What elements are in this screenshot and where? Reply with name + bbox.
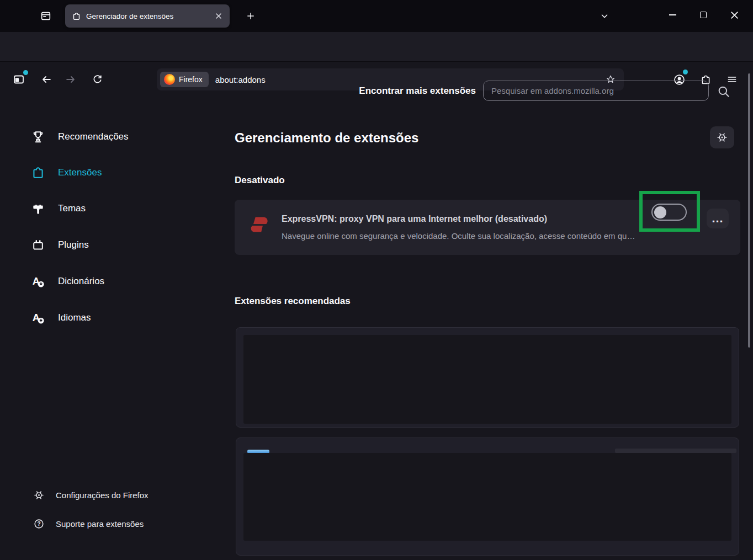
navigation-toolbar: Firefox about:addons bbox=[0, 32, 753, 62]
extensions-icon bbox=[72, 12, 81, 21]
trophy-icon bbox=[31, 130, 45, 144]
sidebar-item-label: Extensões bbox=[58, 167, 102, 178]
sidebar-item-label: Temas bbox=[58, 203, 86, 214]
firefox-identity-chip: Firefox bbox=[160, 72, 209, 87]
firefox-view-icon bbox=[12, 73, 25, 86]
browser-window: Gerenciador de extensões bbox=[0, 0, 753, 560]
page-title: Gerenciamento de extensões bbox=[235, 130, 418, 146]
search-icon bbox=[717, 84, 731, 99]
minimize-icon bbox=[669, 14, 676, 15]
more-options-icon: … bbox=[712, 214, 724, 223]
maximize-button[interactable] bbox=[692, 6, 714, 24]
reload-icon bbox=[92, 74, 103, 86]
text-fade-overlay bbox=[657, 231, 729, 241]
minimize-button[interactable] bbox=[661, 6, 683, 24]
tab-title: Gerenciador de extensões bbox=[86, 12, 207, 20]
paintbrush-icon bbox=[31, 201, 45, 216]
disabled-section-header: Desativado bbox=[235, 175, 285, 186]
plug-icon bbox=[31, 238, 45, 252]
recommended-addon-card[interactable] bbox=[236, 438, 739, 556]
card-placeholder-area bbox=[243, 335, 731, 424]
notification-dot bbox=[23, 70, 28, 75]
extension-more-options-button[interactable]: … bbox=[707, 209, 729, 228]
sidebar-item-configuracoes-firefox[interactable]: Configurações do Firefox bbox=[33, 486, 149, 504]
identity-chip-label: Firefox bbox=[179, 75, 203, 84]
extension-description: Navegue online com segurança e velocidad… bbox=[282, 231, 729, 241]
card-placeholder-strip bbox=[615, 449, 736, 453]
language-download-icon: A bbox=[31, 311, 45, 325]
new-tab-button[interactable] bbox=[242, 8, 259, 24]
sidebar-item-recomendacoes[interactable]: Recomendações bbox=[31, 126, 129, 148]
sidebar-item-label: Recomendações bbox=[58, 131, 129, 142]
maximize-icon bbox=[700, 12, 707, 18]
svg-text:?: ? bbox=[37, 521, 40, 527]
close-icon bbox=[730, 11, 739, 19]
sidebar-item-label: Idiomas bbox=[58, 312, 91, 323]
tab-gerenciador-de-extensoes[interactable]: Gerenciador de extensões bbox=[65, 4, 230, 28]
firefox-view-button[interactable] bbox=[35, 7, 56, 25]
addons-tools-button[interactable] bbox=[710, 126, 734, 148]
card-placeholder-area bbox=[243, 453, 731, 541]
extension-name[interactable]: ExpressVPN: proxy VPN para uma Internet … bbox=[282, 214, 547, 224]
titlebar: Gerenciador de extensões bbox=[0, 0, 753, 32]
sidebar-item-dicionarios[interactable]: A Dicionários bbox=[31, 270, 104, 292]
url-text: about:addons bbox=[215, 75, 266, 84]
sidebar-footer-label: Configurações do Firefox bbox=[56, 490, 149, 500]
sidebar-footer-label: Suporte para extensões bbox=[56, 519, 144, 529]
sidebar-item-plugins[interactable]: Plugins bbox=[31, 234, 89, 256]
toggle-knob bbox=[654, 206, 666, 218]
expressvpn-logo-icon bbox=[246, 212, 272, 237]
firefox-view-icon bbox=[40, 10, 52, 22]
dictionary-download-icon: A bbox=[31, 274, 45, 289]
recommended-section-header: Extensões recomendadas bbox=[235, 296, 351, 307]
gear-icon bbox=[33, 489, 45, 501]
plus-icon bbox=[246, 11, 256, 21]
window-close-button[interactable] bbox=[723, 6, 745, 24]
scrollbar-thumb[interactable] bbox=[748, 73, 750, 348]
search-button[interactable] bbox=[715, 83, 732, 100]
sidebar-item-temas[interactable]: Temas bbox=[31, 198, 86, 220]
sidebar-item-label: Plugins bbox=[58, 239, 89, 250]
extension-enable-toggle[interactable] bbox=[651, 204, 687, 221]
recommended-addon-card[interactable] bbox=[236, 327, 739, 428]
back-button[interactable] bbox=[38, 71, 55, 88]
firefox-view-toolbar-button[interactable] bbox=[10, 71, 28, 88]
sidebar-item-suporte-extensoes[interactable]: ? Suporte para extensões bbox=[33, 515, 144, 532]
find-more-extensions-label: Encontrar mais extensões bbox=[237, 86, 476, 97]
close-icon bbox=[215, 13, 222, 19]
reload-button[interactable] bbox=[88, 71, 106, 88]
list-all-tabs-button[interactable] bbox=[595, 8, 614, 24]
sidebar-item-extensoes[interactable]: Extensões bbox=[31, 162, 102, 184]
sidebar-item-label: Dicionários bbox=[58, 276, 104, 287]
puzzle-icon bbox=[31, 166, 45, 180]
notification-dot bbox=[683, 70, 688, 74]
addons-search-input[interactable] bbox=[483, 81, 709, 101]
firefox-logo-icon bbox=[164, 74, 175, 85]
help-icon: ? bbox=[33, 518, 45, 530]
gear-icon bbox=[716, 131, 728, 143]
chevron-down-icon bbox=[600, 11, 609, 21]
forward-icon bbox=[65, 73, 77, 86]
sidebar-item-idiomas[interactable]: A Idiomas bbox=[31, 307, 91, 329]
back-icon bbox=[40, 73, 52, 86]
tab-close-button[interactable] bbox=[212, 9, 225, 23]
forward-button[interactable] bbox=[62, 71, 79, 88]
